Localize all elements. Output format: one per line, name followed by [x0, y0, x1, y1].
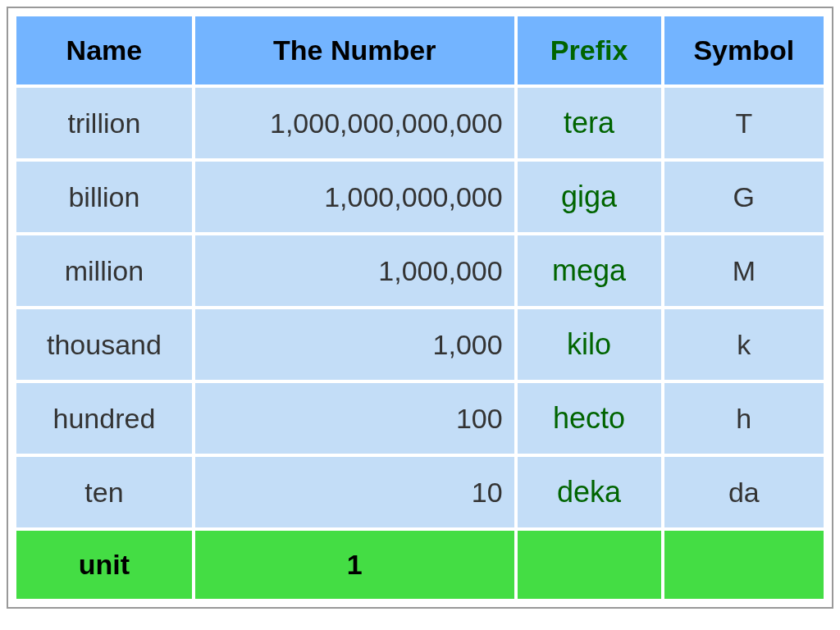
header-number: The Number: [195, 16, 514, 84]
metric-prefixes-table-container: Name The Number Prefix Symbol trillion 1…: [7, 7, 833, 609]
cell-number: 1: [195, 531, 514, 599]
header-prefix: Prefix: [518, 16, 661, 84]
cell-name: unit: [16, 531, 192, 599]
table-row: million 1,000,000 mega M: [16, 235, 824, 306]
cell-name: million: [16, 235, 192, 306]
table-header-row: Name The Number Prefix Symbol: [16, 16, 824, 84]
cell-number: 100: [195, 383, 514, 454]
cell-number: 1,000,000: [195, 235, 514, 306]
cell-symbol: da: [664, 457, 824, 527]
cell-symbol: T: [664, 88, 824, 158]
cell-prefix: giga: [518, 162, 661, 232]
table-row: billion 1,000,000,000 giga G: [16, 162, 824, 232]
cell-prefix: mega: [518, 235, 661, 306]
table-row: ten 10 deka da: [16, 457, 824, 527]
table-row: hundred 100 hecto h: [16, 383, 824, 454]
cell-prefix: deka: [518, 457, 661, 527]
table-row: trillion 1,000,000,000,000 tera T: [16, 88, 824, 158]
cell-prefix: [518, 531, 661, 599]
cell-name: thousand: [16, 309, 192, 380]
cell-prefix: tera: [518, 88, 661, 158]
header-name: Name: [16, 16, 192, 84]
header-symbol: Symbol: [664, 16, 824, 84]
cell-symbol: h: [664, 383, 824, 454]
cell-prefix: hecto: [518, 383, 661, 454]
cell-name: billion: [16, 162, 192, 232]
cell-number: 1,000,000,000,000: [195, 88, 514, 158]
cell-name: hundred: [16, 383, 192, 454]
cell-prefix: kilo: [518, 309, 661, 380]
cell-symbol: M: [664, 235, 824, 306]
metric-prefixes-table: Name The Number Prefix Symbol trillion 1…: [13, 13, 827, 602]
cell-number: 1,000: [195, 309, 514, 380]
cell-name: ten: [16, 457, 192, 527]
table-row-unit: unit 1: [16, 531, 824, 599]
cell-symbol: G: [664, 162, 824, 232]
cell-number: 1,000,000,000: [195, 162, 514, 232]
cell-symbol: k: [664, 309, 824, 380]
cell-name: trillion: [16, 88, 192, 158]
table-row: thousand 1,000 kilo k: [16, 309, 824, 380]
table-body: trillion 1,000,000,000,000 tera T billio…: [16, 88, 824, 599]
cell-number: 10: [195, 457, 514, 527]
cell-symbol: [664, 531, 824, 599]
